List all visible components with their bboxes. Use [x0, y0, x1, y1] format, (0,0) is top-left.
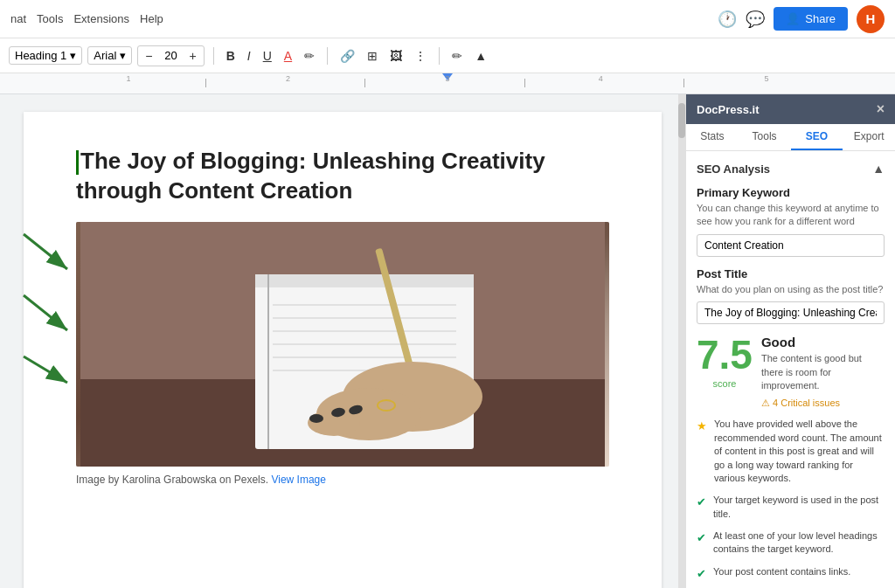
doc-area: The Joy of Blogging: Unleashing Creativi…: [0, 94, 685, 588]
ruler-label-8: 5: [764, 74, 768, 83]
ruler: 1 2 3 4 5: [0, 73, 895, 94]
img-caption: Image by Karolina Grabowska on Pexels. V…: [76, 474, 609, 486]
menu-format[interactable]: nat: [10, 12, 26, 25]
right-panel: DocPress.it × Stats Tools SEO Export SEO…: [685, 94, 895, 588]
score-desc: The content is good but there is room fo…: [761, 352, 885, 392]
collapse-button[interactable]: ▲: [471, 47, 490, 65]
seo-items-list: ★ You have provided well above the recom…: [697, 418, 885, 582]
check-icon-2: ✔: [697, 530, 706, 557]
font-size-increase[interactable]: +: [185, 47, 199, 65]
svg-line-3: [24, 356, 67, 383]
ruler-inner: 1 2 3 4 5: [128, 73, 767, 93]
doc-title: The Joy of Blogging: Unleashing Creativi…: [76, 147, 609, 206]
seo-section-header: SEO Analysis ▲: [697, 162, 885, 176]
seo-section-title: SEO Analysis: [697, 163, 770, 176]
comment-icon[interactable]: 💬: [746, 10, 765, 29]
toolbar-left: nat Tools Extensions Help: [10, 12, 163, 25]
italic-button[interactable]: I: [244, 47, 254, 65]
star-icon-0: ★: [697, 419, 707, 485]
share-button[interactable]: 👤 Share: [774, 7, 848, 31]
doc-scrollbar-thumb: [678, 103, 685, 138]
score-right: Good The content is good but there is ro…: [761, 335, 885, 409]
primary-keyword-input[interactable]: [697, 234, 885, 257]
font-dropdown-label: Arial: [94, 49, 116, 62]
heading-dropdown[interactable]: Heading 1 ▾: [9, 46, 82, 65]
insert-image-button[interactable]: 🖼: [386, 47, 406, 65]
separator-2: [327, 47, 328, 65]
share-icon: 👤: [786, 12, 800, 25]
score-number: 7.5: [697, 335, 753, 375]
menu-extensions[interactable]: Extensions: [73, 12, 129, 25]
score-block: 7.5 score: [697, 335, 753, 389]
ruler-marker-1: [205, 79, 206, 87]
panel-title: DocPress.it: [697, 103, 760, 116]
seo-item-0: ★ You have provided well above the recom…: [697, 418, 885, 485]
share-label: Share: [805, 12, 836, 25]
primary-keyword-desc: You can change this keyword at anytime t…: [697, 202, 885, 229]
check-icon-1: ✔: [697, 495, 706, 521]
ruler-marker-3: [364, 79, 365, 87]
menu-help[interactable]: Help: [140, 12, 163, 25]
tab-export[interactable]: Export: [843, 124, 895, 150]
insert-special-button[interactable]: ⊞: [364, 47, 381, 65]
ruler-marker-7: [683, 79, 684, 87]
ruler-label-2: 2: [286, 74, 290, 83]
heading-dropdown-arrow: ▾: [70, 49, 76, 62]
doc-image: [76, 222, 609, 467]
font-dropdown[interactable]: Arial ▾: [87, 46, 132, 65]
tab-tools[interactable]: Tools: [739, 124, 791, 150]
toolbar-right: 🕐 💬 👤 Share H: [718, 5, 885, 33]
ruler-label-0: 1: [126, 74, 130, 83]
svg-line-2: [24, 295, 67, 330]
seo-collapse-arrow[interactable]: ▲: [872, 162, 885, 176]
critical-issues[interactable]: ⚠ 4 Critical issues: [761, 398, 885, 409]
text-color-button[interactable]: A: [281, 47, 295, 65]
more-button[interactable]: ⋮: [411, 47, 430, 65]
font-size-control: − 20 +: [137, 45, 204, 66]
seo-item-text-1: Your target keyword is used in the post …: [713, 494, 885, 521]
menu-items: nat Tools Extensions Help: [10, 12, 163, 25]
heading-dropdown-label: Heading 1: [15, 49, 66, 62]
svg-line-1: [24, 234, 67, 269]
link-button[interactable]: 🔗: [336, 47, 358, 65]
check-icon-3: ✔: [697, 566, 706, 582]
history-icon[interactable]: 🕐: [718, 10, 737, 29]
format-toolbar: Heading 1 ▾ Arial ▾ − 20 + B I U A ✏ 🔗 ⊞…: [0, 38, 895, 73]
ruler-marker-5: [524, 79, 525, 87]
post-title-label: Post Title: [697, 267, 885, 280]
highlight-button[interactable]: ✏: [301, 47, 318, 65]
seo-item-2: ✔ At least one of your low level heading…: [697, 529, 885, 557]
green-arrows: [15, 225, 85, 400]
ruler-label-6: 4: [599, 74, 603, 83]
font-size-decrease[interactable]: −: [142, 47, 156, 65]
score-label: score: [697, 378, 753, 389]
seo-item-text-3: Your post content contains links.: [713, 565, 850, 582]
menu-tools[interactable]: Tools: [37, 12, 63, 25]
doc-page: The Joy of Blogging: Unleashing Creativi…: [24, 112, 662, 588]
avatar[interactable]: H: [857, 5, 885, 33]
svg-rect-7: [255, 274, 474, 287]
doc-scrollbar[interactable]: [678, 94, 685, 588]
top-toolbar: nat Tools Extensions Help 🕐 💬 👤 Share H: [0, 0, 895, 38]
primary-keyword-label: Primary Keyword: [697, 186, 885, 199]
bold-button[interactable]: B: [223, 47, 239, 65]
font-size-input[interactable]: 20: [157, 49, 184, 62]
view-image-link[interactable]: View Image: [271, 474, 325, 486]
panel-tabs: Stats Tools SEO Export: [686, 124, 895, 151]
panel-content: SEO Analysis ▲ Primary Keyword You can c…: [686, 151, 895, 588]
seo-item-text-0: You have provided well above the recomme…: [714, 418, 885, 485]
seo-item-3: ✔ Your post content contains links.: [697, 565, 885, 582]
score-title: Good: [761, 335, 885, 349]
tab-stats[interactable]: Stats: [686, 124, 739, 150]
underline-button[interactable]: U: [260, 47, 275, 65]
panel-close-button[interactable]: ×: [877, 101, 885, 117]
doc-image-container: Image by Karolina Grabowska on Pexels. V…: [76, 222, 609, 486]
pencil-button[interactable]: ✏: [448, 47, 466, 65]
post-title-input[interactable]: [697, 301, 885, 324]
separator-3: [439, 47, 440, 65]
tab-seo[interactable]: SEO: [791, 124, 843, 150]
image-svg: [76, 222, 609, 467]
seo-item-text-2: At least one of your low level headings …: [713, 529, 885, 557]
font-dropdown-arrow: ▾: [120, 49, 126, 62]
separator-1: [213, 47, 214, 65]
